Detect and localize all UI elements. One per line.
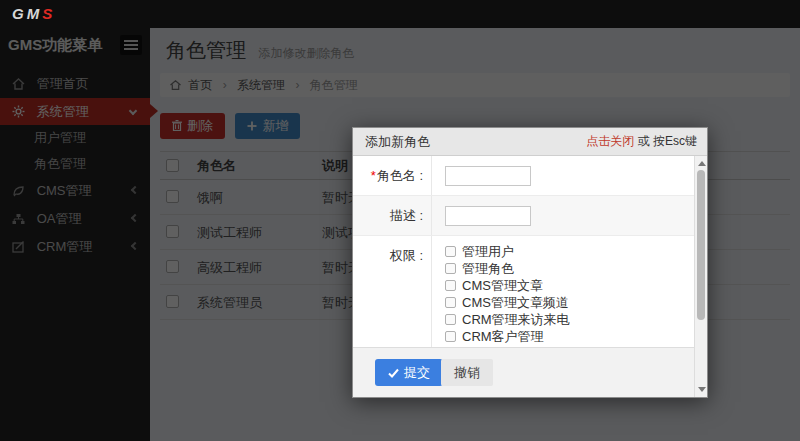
- add-role-modal: 添加新角色 点击关闭 或 按Esc键 *角色名 : 描述 : 权限 : 管理用户…: [352, 127, 708, 398]
- cancel-button[interactable]: 撤销: [441, 359, 493, 386]
- modal-body: *角色名 : 描述 : 权限 : 管理用户 管理角色 CMS管理文章 CMS管理…: [353, 156, 694, 347]
- modal-scrollbar: [694, 156, 707, 397]
- required-mark: *: [371, 168, 376, 183]
- permission-item: CRM管理来访来电: [445, 311, 694, 328]
- permission-checkbox[interactable]: [445, 314, 456, 325]
- description-input[interactable]: [445, 206, 531, 226]
- modal-footer: 提交 撤销: [353, 347, 694, 397]
- submit-button-label: 提交: [404, 365, 430, 380]
- permission-item: CRM客户管理: [445, 328, 694, 345]
- permission-checkbox[interactable]: [445, 297, 456, 308]
- permission-checkbox[interactable]: [445, 331, 456, 342]
- permissions-list: 管理用户 管理角色 CMS管理文章 CMS管理文章频道 CRM管理来访来电 CR…: [432, 236, 694, 347]
- gms-logo: GMS: [12, 5, 55, 22]
- top-navbar: GMS: [0, 0, 800, 28]
- permission-checkbox[interactable]: [445, 246, 456, 257]
- permission-item: CMS管理文章频道: [445, 294, 694, 311]
- role-name-input[interactable]: [445, 166, 531, 186]
- permission-item: 管理用户: [445, 243, 694, 260]
- scrollbar-thumb[interactable]: [697, 170, 705, 320]
- close-hint-text: 或 按Esc键: [638, 134, 697, 148]
- modal-header: 添加新角色 点击关闭 或 按Esc键: [353, 128, 707, 156]
- scroll-up-arrow[interactable]: [698, 161, 706, 166]
- logo-gm: GM: [12, 5, 42, 22]
- permission-checkbox[interactable]: [445, 263, 456, 274]
- modal-title: 添加新角色: [365, 128, 430, 155]
- form-row-description: 描述 :: [353, 196, 694, 236]
- modal-close-hint: 点击关闭 或 按Esc键: [586, 128, 697, 155]
- role-name-label: *角色名 :: [353, 156, 423, 196]
- submit-button[interactable]: 提交: [375, 359, 443, 386]
- close-link[interactable]: 点击关闭: [586, 134, 634, 148]
- scroll-down-arrow[interactable]: [698, 387, 706, 392]
- form-row-role-name: *角色名 :: [353, 156, 694, 196]
- permissions-label: 权限 :: [353, 236, 423, 262]
- permission-checkbox[interactable]: [445, 280, 456, 291]
- form-row-permissions: 权限 : 管理用户 管理角色 CMS管理文章 CMS管理文章频道 CRM管理来访…: [353, 236, 694, 347]
- check-icon: [388, 368, 399, 378]
- permission-item: CMS管理文章: [445, 277, 694, 294]
- permission-item: 管理角色: [445, 260, 694, 277]
- logo-s: S: [42, 5, 55, 22]
- description-label: 描述 :: [353, 196, 423, 236]
